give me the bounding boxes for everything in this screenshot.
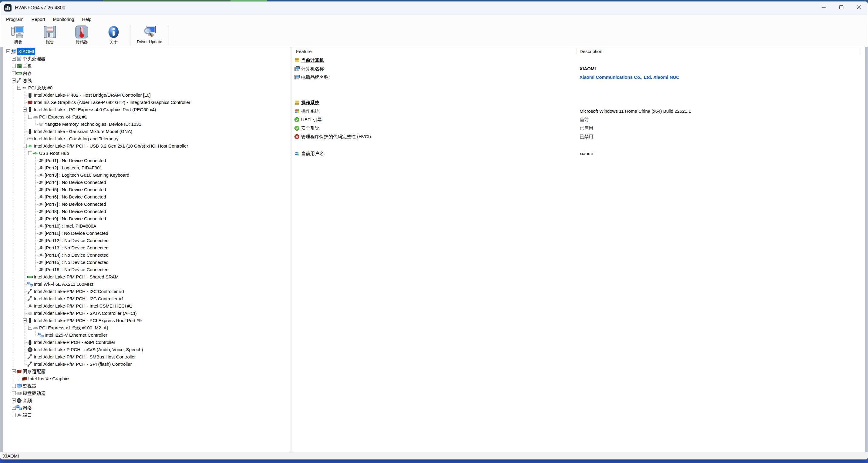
tree-item[interactable]: [Port9] : No Device Connected xyxy=(3,215,290,223)
tree-item-label: Intel Alder Lake-P/M PCH - SMBus Host Co… xyxy=(34,353,136,361)
tree-expander-minus[interactable] xyxy=(28,115,32,119)
tree-expander-plus[interactable] xyxy=(12,384,16,388)
about-info-icon xyxy=(106,25,121,39)
tree-item[interactable]: [Port7] : No Device Connected xyxy=(3,201,290,208)
tree-expander-plus[interactable] xyxy=(12,391,16,395)
tree-expander-plus[interactable] xyxy=(12,71,16,75)
feature-row[interactable]: 电脑品牌名称:Xiaomi Communications Co., Ltd. X… xyxy=(292,73,865,81)
column-divider[interactable] xyxy=(577,48,577,55)
column-divider[interactable] xyxy=(861,48,861,55)
tree-expander-plus[interactable] xyxy=(12,406,16,410)
tree-item[interactable]: PCIEXPRESSPCI Express x4 总线 #1 xyxy=(3,113,290,121)
maximize-button[interactable] xyxy=(833,1,850,14)
tree-item[interactable]: Intel Alder Lake - PCI Express 4.0 Graph… xyxy=(3,106,290,113)
tree-item[interactable]: [Port14] : No Device Connected xyxy=(3,252,290,259)
panel-splitter[interactable] xyxy=(290,47,292,452)
tree-item[interactable]: 中央处理器 xyxy=(3,55,290,62)
tree-item[interactable]: Intel Alder Lake-P/M PCH - I2C Controlle… xyxy=(3,295,290,302)
toolbar-button-summary-computer[interactable]: 摘要 xyxy=(2,24,34,47)
minimize-button[interactable] xyxy=(815,1,833,14)
tree-item[interactable]: [Port13] : No Device Connected xyxy=(3,244,290,252)
tree-item[interactable]: 音频 xyxy=(3,397,290,404)
tree-item[interactable]: Intel Alder Lake - Gaussian Mixture Mode… xyxy=(3,128,290,135)
tree-item[interactable]: 端口 xyxy=(3,411,290,419)
tree-item[interactable]: [Port15] : No Device Connected xyxy=(3,259,290,266)
feature-section-row[interactable]: 操作系统 xyxy=(292,98,865,107)
tree-item[interactable]: Intel Alder Lake-P 482 - Host Bridge/DRA… xyxy=(3,92,290,99)
menu-item-monitoring[interactable]: Monitoring xyxy=(49,14,78,24)
tree-item[interactable]: [Port1] : No Device Connected xyxy=(3,157,290,164)
tree-item[interactable]: Intel Alder Lake-P/M PCH - SATA Controll… xyxy=(3,310,290,317)
tree-item[interactable]: [Port8] : No Device Connected xyxy=(3,208,290,215)
tree-item[interactable]: [Port10] : Intel, PID=800A xyxy=(3,223,290,230)
tree-item[interactable]: USB Root Hub xyxy=(3,150,290,157)
tree-item[interactable]: Intel Alder Lake-P/M PCH - USB 3.2 Gen 2… xyxy=(3,142,290,150)
tree-item[interactable]: [Port16] : No Device Connected xyxy=(3,266,290,273)
tree-item[interactable]: Intel Alder Lake-P PCH - cAVS (Audio, Vo… xyxy=(3,346,290,353)
tree-expander-minus[interactable] xyxy=(28,151,32,155)
tree-item[interactable]: Intel Alder Lake-P/M PCH - SPI (flash) C… xyxy=(3,361,290,368)
menu-item-help[interactable]: Help xyxy=(78,14,96,24)
tree-item[interactable]: XIAOMI xyxy=(3,48,290,55)
tree-expander-minus[interactable] xyxy=(6,49,10,53)
feature-row[interactable]: 安全引导:已启用 xyxy=(292,124,865,132)
feature-row[interactable]: 当前用户名:xiaomi xyxy=(292,150,865,158)
feature-row[interactable]: 操作系统:Microsoft Windows 11 Home China (x6… xyxy=(292,107,865,115)
toolbar-button-sensors-thermometer[interactable]: 传感器 xyxy=(66,24,98,47)
tree-item[interactable]: [Port12] : No Device Connected xyxy=(3,237,290,244)
tree-item[interactable]: [Port11] : No Device Connected xyxy=(3,230,290,237)
close-button[interactable] xyxy=(850,1,868,14)
feature-row[interactable]: UEFI 引导:当前 xyxy=(292,115,865,124)
tree-expander-minus[interactable] xyxy=(28,326,32,330)
tree-item[interactable]: PCIEXPRESSPCI Express x1 总线 #100 [M2_A] xyxy=(3,324,290,331)
plug-icon xyxy=(38,187,44,192)
tree-item[interactable]: Intel Alder Lake-P/M PCH - SMBus Host Co… xyxy=(3,353,290,361)
tree-item[interactable]: Intel Alder Lake-P/M PCH - I2C Controlle… xyxy=(3,288,290,295)
menu-item-report[interactable]: Report xyxy=(28,14,49,24)
close-icon xyxy=(857,5,861,10)
tree-item[interactable]: Yangtze Memory Technologies, Device ID: … xyxy=(3,121,290,128)
tree-item[interactable]: Intel Alder Lake-P/M PCH - PCI Express R… xyxy=(3,317,290,324)
feature-row[interactable]: 计算机名称:XIAOMI xyxy=(292,65,865,73)
tree-item[interactable]: PCIPCI 总线 #0 xyxy=(3,84,290,92)
tree-item[interactable]: [Port6] : No Device Connected xyxy=(3,193,290,201)
tree-item[interactable]: [Port3] : Logitech G610 Gaming Keyboard xyxy=(3,171,290,179)
tree-item[interactable]: Intel Iris Xe Graphics (Alder Lake-P 682… xyxy=(3,99,290,106)
tree-expander-plus[interactable] xyxy=(12,398,16,402)
tree-expander-minus[interactable] xyxy=(17,86,21,90)
column-header-description[interactable]: Description xyxy=(580,47,602,56)
feature-section-row[interactable]: 当前计算机 xyxy=(292,56,865,65)
tree-expander-plus[interactable] xyxy=(12,64,16,68)
tree-expander-plus[interactable] xyxy=(12,413,16,417)
menu-item-program[interactable]: Program xyxy=(2,14,28,24)
tree-item[interactable]: [Port2] : Logitech, PID=F301 xyxy=(3,164,290,171)
toolbar-button-report-floppy[interactable]: 报告 xyxy=(34,24,66,47)
tree-item[interactable]: Intel Alder Lake-P PCH - eSPI Controller xyxy=(3,339,290,346)
tree-item[interactable]: 图形适配器 xyxy=(3,368,290,375)
tree-item[interactable]: [Port5] : No Device Connected xyxy=(3,186,290,193)
tree-item[interactable]: 主板 xyxy=(3,62,290,70)
tree-item[interactable]: 磁盘驱动器 xyxy=(3,390,290,397)
tree-item[interactable]: Intel I225-V Ethernet Controller xyxy=(3,331,290,339)
tree-expander-plus[interactable] xyxy=(12,57,16,61)
tree-item[interactable]: 内存 xyxy=(3,70,290,77)
column-header-feature[interactable]: Feature xyxy=(296,47,312,56)
feature-row[interactable]: 管理程序保护的代码完整性 (HVCI):已禁用 xyxy=(292,132,865,141)
tree-item[interactable]: 总线 xyxy=(3,77,290,84)
toolbar-button-about-info[interactable]: 关于 xyxy=(98,24,129,47)
tree-item[interactable]: PCIIntel Alder Lake - Crash-log and Tele… xyxy=(3,135,290,142)
tree-expander-minus[interactable] xyxy=(23,144,27,148)
minimize-icon xyxy=(822,5,826,10)
tree-expander-minus[interactable] xyxy=(23,107,27,111)
tree-item[interactable]: 监视器 xyxy=(3,383,290,390)
tree-item[interactable]: Intel Wi-Fi 6E AX211 160MHz xyxy=(3,280,290,288)
tree-item[interactable]: [Port4] : No Device Connected xyxy=(3,179,290,186)
tree-expander-minus[interactable] xyxy=(12,369,16,373)
tree-item[interactable]: 网络 xyxy=(3,404,290,411)
tree-item[interactable]: Intel Alder Lake-P/M PCH - Shared SRAM xyxy=(3,273,290,280)
tree-expander-minus[interactable] xyxy=(23,319,27,322)
tree-item[interactable]: Intel Iris Xe Graphics xyxy=(3,375,290,383)
tree-expander-minus[interactable] xyxy=(12,78,16,82)
toolbar-button-driver-update[interactable]: Driver Update xyxy=(131,24,168,47)
tree-item[interactable]: Intel Alder Lake-P/M PCH - Intel CSME: H… xyxy=(3,302,290,310)
